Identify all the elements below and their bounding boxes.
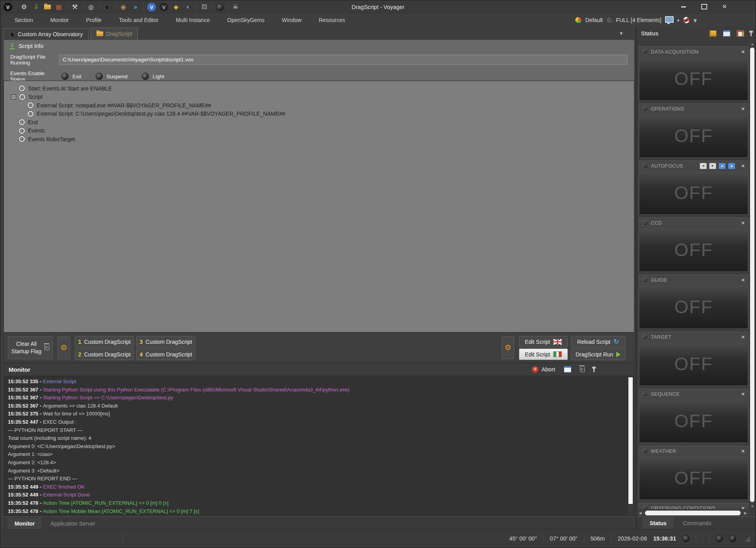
maximize-button[interactable] (697, 2, 712, 11)
tree-item[interactable]: External Script: notepad.exe ##VAR-$$VOY… (4, 101, 634, 110)
display-icon[interactable] (665, 16, 674, 23)
close-button[interactable] (717, 2, 732, 11)
monitor-scroll-thumb[interactable] (628, 377, 633, 504)
collapse-chevron-icon[interactable] (693, 17, 697, 23)
help-lifesaver-icon[interactable] (682, 16, 690, 24)
status-panel-header[interactable]: WEATHER (639, 446, 748, 456)
dragscript-tree[interactable]: Start: Events At Start are ENABLE–Script… (4, 81, 634, 332)
status-panel-header[interactable]: AUTOFOCUS◂▸▴▴ (639, 161, 748, 171)
fast-forward-icon[interactable]: » (131, 3, 140, 11)
clear-startup-flag-button[interactable]: Clear AllStartup Flag (8, 336, 53, 359)
edit-script-it-button[interactable]: Edit Script (519, 349, 568, 360)
tree-expander-icon[interactable]: – (11, 94, 16, 100)
folder-files-icon[interactable] (44, 5, 51, 9)
custom-dragscript-4-button[interactable]: 4Custom DragScript (136, 349, 195, 360)
observatory-cat-icon[interactable]: ♞ (103, 3, 111, 11)
monitor-tab-monitor[interactable]: Monitor (7, 518, 42, 530)
swirl-icon[interactable]: ◐ (184, 3, 193, 11)
radio-suspend[interactable] (96, 73, 103, 80)
tab-custom-array-observatory[interactable]: Custom Array Observatory (4, 28, 89, 40)
scroll-right-icon[interactable] (742, 511, 749, 515)
status-panel-header[interactable]: SEQUENCE (639, 389, 748, 399)
minimize-button[interactable] (676, 2, 691, 11)
monitor-log[interactable]: 15:35:52 335 - External Script15:35:52 3… (4, 376, 634, 516)
menu-multi-instance[interactable]: Multi Instance (167, 15, 218, 25)
eye-icon[interactable]: ◉ (119, 3, 128, 11)
panels-config-icon[interactable] (737, 30, 744, 37)
tab-list-dropdown-icon[interactable] (620, 30, 623, 37)
custom-dragscript-3-button[interactable]: 3Custom DragScript (136, 336, 195, 347)
sidebar-horizontal-scrollbar[interactable] (637, 509, 749, 517)
sidebar-hscroll-thumb[interactable] (645, 511, 741, 515)
autofocus-prev-button[interactable]: ◂ (700, 163, 707, 169)
led-ball-icon[interactable] (216, 4, 224, 11)
status-panel-header[interactable]: OPERATIONS (639, 104, 748, 114)
tree-item[interactable]: –Script (4, 93, 634, 101)
pin-icon[interactable] (750, 33, 752, 36)
voyager-logo-icon[interactable]: V (4, 3, 12, 11)
panel-close-icon[interactable] (741, 220, 745, 226)
monitor-scrollbar[interactable] (628, 377, 633, 515)
resize-grip[interactable] (744, 536, 750, 542)
reload-script-button[interactable]: Reload Script (571, 336, 625, 347)
clear-log-icon[interactable] (580, 367, 585, 372)
monitor-tab-application-server[interactable]: Application Server (43, 518, 102, 530)
connection-mode[interactable]: FULL [4 Elements] (616, 17, 661, 23)
status-grid-icon[interactable] (709, 30, 717, 37)
panel-close-icon[interactable] (741, 163, 745, 169)
custom-dragscript-1-button[interactable]: 1Custom DragScript (75, 336, 134, 347)
panel-close-icon[interactable] (741, 334, 745, 340)
log-settings-icon[interactable] (564, 366, 571, 373)
radio-light[interactable] (142, 73, 149, 80)
radio-exit[interactable] (61, 73, 69, 80)
window-config-icon[interactable] (723, 30, 730, 37)
edit-script-en-button[interactable]: Edit Script (519, 336, 568, 347)
screen-download-icon[interactable]: ⇩ (32, 3, 41, 11)
menu-openskygems[interactable]: OpenSkyGems (219, 15, 273, 25)
display-caret-icon[interactable] (677, 17, 680, 23)
menu-tools-and-editor[interactable]: Tools and Editor (110, 15, 167, 25)
robot-icon[interactable]: ◎ (87, 3, 95, 11)
skygems-v-icon[interactable]: V (159, 3, 168, 11)
menu-resources[interactable]: Resources (310, 15, 354, 25)
autofocus-next-button[interactable]: ▸ (709, 163, 716, 169)
menu-section[interactable]: Section (6, 15, 42, 25)
tab-dragscript[interactable]: DragScript (91, 28, 138, 40)
custom-scripts-settings-button[interactable] (57, 336, 70, 359)
panel-close-icon[interactable] (741, 448, 745, 454)
pin-icon[interactable] (593, 369, 595, 372)
status-panel-header[interactable]: TARGET (639, 332, 748, 342)
panel-close-icon[interactable] (741, 277, 745, 283)
autofocus-up-button[interactable]: ▴ (719, 163, 726, 169)
menu-window[interactable]: Window (273, 15, 310, 25)
status-panel-header[interactable]: GUIDE (639, 275, 748, 285)
tag-icon[interactable]: ◆ (172, 3, 180, 11)
panel-close-icon[interactable] (741, 106, 745, 112)
tree-item[interactable]: Start: Events At Start are ENABLE (4, 84, 634, 93)
panel-close-icon[interactable] (741, 506, 745, 509)
sidebar-tab-status[interactable]: Status (643, 518, 674, 529)
tree-item[interactable]: Events RoboTarget (4, 135, 634, 144)
menu-profile[interactable]: Profile (77, 15, 110, 25)
dice-icon[interactable]: ⚄ (200, 3, 209, 11)
tree-item[interactable]: External Script: C:\Users\pegas\Desktop\… (4, 110, 634, 118)
panel-close-icon[interactable] (741, 391, 745, 397)
tree-item[interactable]: Events (4, 127, 634, 135)
sidebar-scroll-thumb[interactable] (750, 48, 754, 502)
script-settings-button[interactable] (502, 336, 514, 359)
custom-dragscript-2-button[interactable]: 2Custom DragScript (75, 349, 134, 360)
tree-item[interactable]: End (4, 118, 634, 127)
skull-icon[interactable]: ☠ (231, 3, 240, 11)
scroll-up-icon[interactable] (749, 41, 755, 47)
gear-icon[interactable]: ⚙ (20, 3, 28, 11)
sidebar-vertical-scrollbar[interactable] (749, 41, 755, 509)
profile-name[interactable]: Default (586, 17, 603, 23)
menu-monitor[interactable]: Monitor (42, 15, 78, 25)
panel-close-icon[interactable] (741, 49, 745, 55)
scroll-down-icon[interactable] (749, 504, 755, 509)
status-panel-header[interactable]: CCD (639, 218, 748, 228)
scroll-left-icon[interactable] (637, 511, 643, 515)
mosaic-icon[interactable]: ▦ (54, 3, 63, 11)
status-panel-header[interactable]: DATA ACQUISITION (639, 47, 748, 57)
sidebar-tab-commands[interactable]: Commands (676, 518, 719, 529)
